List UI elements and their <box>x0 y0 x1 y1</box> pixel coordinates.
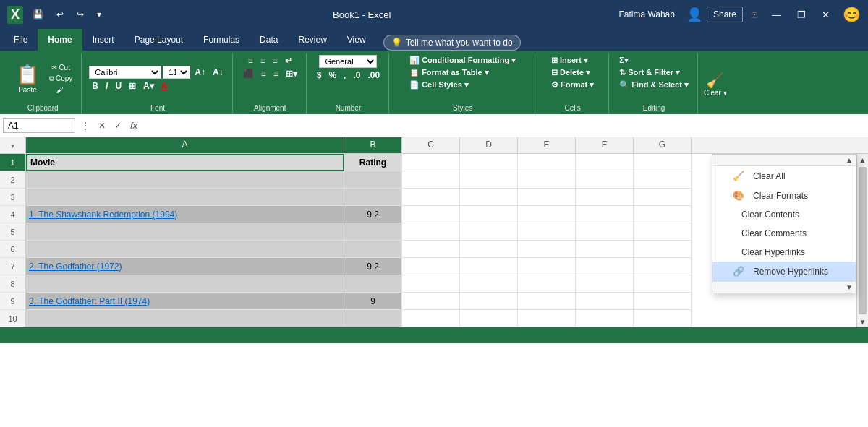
cell-c6[interactable] <box>402 241 460 258</box>
cell-c10[interactable] <box>402 310 460 327</box>
tab-review[interactable]: Review <box>288 29 336 51</box>
comma-button[interactable]: , <box>341 69 349 81</box>
row-num-1[interactable]: 1 <box>0 154 25 171</box>
insert-function-button[interactable]: fx <box>127 120 140 131</box>
cell-b5[interactable] <box>344 223 402 241</box>
align-right-button[interactable]: ≡ <box>271 68 281 79</box>
cell-g10[interactable] <box>634 310 692 327</box>
cell-f10[interactable] <box>576 310 634 327</box>
copy-button[interactable]: ⧉ Copy <box>46 74 75 84</box>
find-select-button[interactable]: 🔍 Find & Select ▾ <box>616 79 692 90</box>
font-shrink-button[interactable]: A↓ <box>210 66 226 78</box>
cell-e3[interactable] <box>518 189 576 206</box>
tab-file[interactable]: File <box>4 29 38 51</box>
cell-e10[interactable] <box>518 310 576 327</box>
cell-b3[interactable] <box>344 189 402 206</box>
cell-e9[interactable] <box>518 293 576 310</box>
scroll-down-button[interactable]: ▼ <box>857 316 868 327</box>
cell-d2[interactable] <box>460 171 518 189</box>
col-header-e[interactable]: E <box>518 137 576 153</box>
cell-c1[interactable] <box>402 154 460 171</box>
font-name-select[interactable]: Calibri <box>89 66 161 79</box>
fill-color-button[interactable]: A▾ <box>140 80 157 92</box>
cell-a4[interactable]: 1. The Shawshank Redemption (1994) <box>26 206 344 223</box>
col-header-g[interactable]: G <box>634 137 692 153</box>
row-num-9[interactable]: 9 <box>0 293 25 310</box>
cell-f3[interactable] <box>576 189 634 206</box>
decimal-increase-button[interactable]: .0 <box>350 69 363 81</box>
col-header-a[interactable]: A <box>26 137 344 153</box>
sort-filter-button[interactable]: ⇅ Sort & Filter ▾ <box>616 67 683 78</box>
merge-button[interactable]: ⊞▾ <box>283 68 300 79</box>
cell-f7[interactable] <box>576 258 634 275</box>
cell-b2[interactable] <box>344 171 402 189</box>
cell-e6[interactable] <box>518 241 576 258</box>
cell-e2[interactable] <box>518 171 576 189</box>
tab-formulas[interactable]: Formulas <box>193 29 250 51</box>
row-num-2[interactable]: 2 <box>0 171 25 189</box>
cell-f1[interactable] <box>576 154 634 171</box>
align-left-button[interactable]: ⬛ <box>240 68 257 79</box>
row-num-7[interactable]: 7 <box>0 258 25 275</box>
close-button[interactable]: ✕ <box>816 7 835 23</box>
cell-c8[interactable] <box>402 275 460 293</box>
share-button[interactable]: Share <box>707 7 743 22</box>
cell-a1[interactable]: Movie <box>26 154 344 171</box>
dropdown-scroll-up-icon[interactable]: ▲ <box>846 156 853 164</box>
format-painter-button[interactable]: 🖌 <box>46 85 75 95</box>
cell-e8[interactable] <box>518 275 576 293</box>
vertical-scrollbar[interactable]: ▲ ▼ <box>856 154 868 327</box>
cell-e5[interactable] <box>518 223 576 241</box>
cell-b10[interactable] <box>344 310 402 327</box>
border-button[interactable]: ⊞ <box>126 80 139 92</box>
clear-formats-item[interactable]: 🎨 Clear Formats <box>712 186 856 205</box>
cell-b6[interactable] <box>344 241 402 258</box>
align-center-button[interactable]: ≡ <box>258 68 269 79</box>
percent-button[interactable]: $ <box>314 69 325 81</box>
paste-button[interactable]: 📋 Paste <box>10 61 45 97</box>
row-num-6[interactable]: 6 <box>0 241 25 258</box>
cell-g9[interactable] <box>634 293 692 310</box>
select-all-button[interactable]: ▾ <box>11 142 14 150</box>
align-top-center-button[interactable]: ≡ <box>258 55 268 66</box>
currency-button[interactable]: % <box>326 69 339 81</box>
cell-c2[interactable] <box>402 171 460 189</box>
cell-e1[interactable] <box>518 154 576 171</box>
clear-hyperlinks-item[interactable]: Clear Hyperlinks <box>712 243 856 262</box>
dropdown-scroll-down-icon[interactable]: ▼ <box>846 283 853 291</box>
cell-a5[interactable] <box>26 223 344 241</box>
cell-f6[interactable] <box>576 241 634 258</box>
cell-a10[interactable] <box>26 310 344 327</box>
scroll-thumb[interactable] <box>859 167 867 314</box>
name-box[interactable] <box>3 118 75 133</box>
godfather-link[interactable]: 2. The Godfather (1972) <box>29 262 122 272</box>
cell-f5[interactable] <box>576 223 634 241</box>
clear-contents-item[interactable]: Clear Contents <box>712 205 856 224</box>
wrap-text-button[interactable]: ↵ <box>282 55 295 66</box>
cell-g3[interactable] <box>634 189 692 206</box>
font-grow-button[interactable]: A↑ <box>192 66 208 78</box>
formula-options-button[interactable]: ⋮ <box>78 119 93 132</box>
tell-me-input[interactable]: 💡 Tell me what you want to do <box>383 35 521 51</box>
cell-f8[interactable] <box>576 275 634 293</box>
cell-d5[interactable] <box>460 223 518 241</box>
cut-button[interactable]: ✂ Cut <box>46 63 75 72</box>
enter-formula-button[interactable]: ✓ <box>111 119 124 132</box>
align-top-left-button[interactable]: ≡ <box>245 55 256 66</box>
cell-g5[interactable] <box>634 223 692 241</box>
row-num-3[interactable]: 3 <box>0 189 25 206</box>
cell-a7[interactable]: 2. The Godfather (1972) <box>26 258 344 275</box>
cell-e4[interactable] <box>518 206 576 223</box>
profile-icon[interactable]: 👤 <box>686 7 702 22</box>
cell-d4[interactable] <box>460 206 518 223</box>
cell-d1[interactable] <box>460 154 518 171</box>
cell-styles-button[interactable]: 📄 Cell Styles ▾ <box>407 79 472 90</box>
cell-a8[interactable] <box>26 275 344 293</box>
cell-f4[interactable] <box>576 206 634 223</box>
godfather2-link[interactable]: 3. The Godfather: Part II (1974) <box>29 296 150 306</box>
quick-access-undo[interactable]: ↩ <box>53 8 67 21</box>
cell-a9[interactable]: 3. The Godfather: Part II (1974) <box>26 293 344 310</box>
cell-b7[interactable]: 9.2 <box>344 258 402 275</box>
cell-g6[interactable] <box>634 241 692 258</box>
clear-comments-item[interactable]: Clear Comments <box>712 224 856 243</box>
